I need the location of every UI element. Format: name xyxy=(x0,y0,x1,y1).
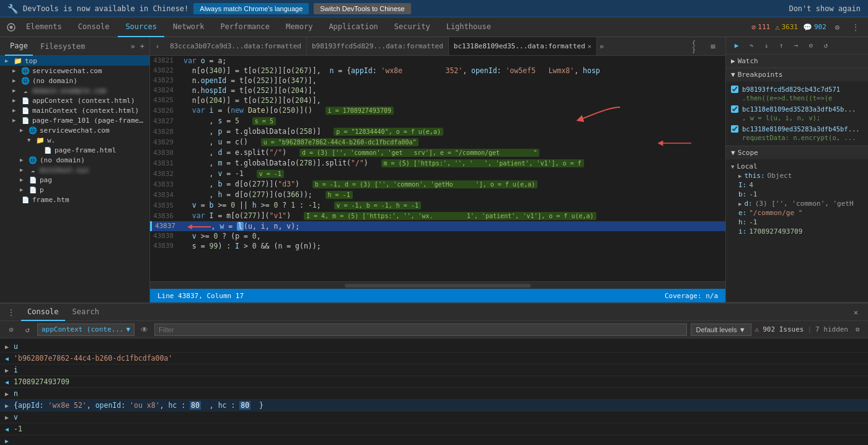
breakpoint-1-checkbox[interactable] xyxy=(731,86,738,93)
tree-item-sw2[interactable]: ▶ 🌐 servicewechat.com xyxy=(0,125,149,135)
tab-network[interactable]: Network xyxy=(166,17,212,37)
editor-tab-2[interactable]: b98193ffcd5d829...data:formatted xyxy=(307,37,449,56)
tree-item-top[interactable]: ▶ 📁 top xyxy=(0,56,149,66)
step-button[interactable]: → xyxy=(789,39,803,53)
scope-local[interactable]: ▼ Local xyxy=(731,162,863,171)
console-entry-i-val[interactable]: ◀ 1708927493709 xyxy=(0,376,868,388)
stepover-button[interactable]: ↷ xyxy=(745,39,758,53)
tab-sources[interactable]: Sources xyxy=(118,17,164,37)
devtools-menu-icon[interactable] xyxy=(5,21,17,33)
editor-split-icon[interactable]: ⊞ xyxy=(706,37,720,56)
more-button[interactable]: ⋮ xyxy=(848,22,863,33)
console-refresh-icon[interactable]: ↺ xyxy=(21,324,33,336)
tree-item-maincontext[interactable]: ▶ 📄 mainContext (context.html) xyxy=(0,105,149,115)
info-badge[interactable]: 💬 902 xyxy=(803,23,826,32)
console-tab-search[interactable]: Search xyxy=(66,304,105,321)
scope-d[interactable]: ▶ d: (3) ['', 'common', 'getH xyxy=(731,199,863,208)
editor-tab-3-close[interactable]: ✕ xyxy=(588,43,591,50)
deactivate-btn[interactable]: ⊘ xyxy=(804,39,818,53)
issues-label[interactable]: 902 Issues xyxy=(763,325,804,333)
scope-header[interactable]: ▼ Scope xyxy=(726,146,868,159)
settings-button[interactable]: ⚙ xyxy=(831,22,843,33)
tree-item-blurred2[interactable]: ▶ ☁ minihost.xyz xyxy=(0,165,149,175)
tab-performance[interactable]: Performance xyxy=(213,17,277,37)
tree-arrow-nd1: ▶ xyxy=(12,77,19,84)
sidebar-tab-filesystem[interactable]: Filesystem xyxy=(35,37,90,56)
dont-show-button[interactable]: Don't show again xyxy=(789,4,861,13)
console-clear-icon[interactable]: ⊘ xyxy=(5,324,17,336)
tree-item-framehtm[interactable]: 📄 frame.htm xyxy=(0,195,149,205)
resume-button[interactable]: ▶ xyxy=(730,39,743,53)
value-indicator-v: ◀ xyxy=(5,426,9,433)
breakpoint-1: b98193ffcd5d829cb43c7d571 .then((e=>d.th… xyxy=(731,84,863,104)
stepout-button[interactable]: ↑ xyxy=(774,39,788,53)
editor-tab-overflow[interactable]: » xyxy=(597,42,606,51)
tree-item-blurred1[interactable]: ▶ ☁ domain.example.com xyxy=(0,86,149,95)
tab-memory[interactable]: Memory xyxy=(278,17,320,37)
breakpoint-2-checkbox[interactable] xyxy=(731,105,738,113)
editor-tab-1[interactable]: 83ccca3b07ca9d3...data:formatted xyxy=(165,37,307,56)
sidebar-tab-page[interactable]: Page xyxy=(5,37,33,56)
editor-tab-back-icon[interactable]: ‹ xyxy=(150,37,165,56)
tree-item-nodomain1[interactable]: ▶ 🌐 (no domain) xyxy=(0,76,149,86)
tree-item-appcontext[interactable]: ▶ 📄 appContext (context.html) xyxy=(0,95,149,105)
tab-application[interactable]: Application xyxy=(321,17,385,37)
switch-to-chinese-button[interactable]: Switch DevTools to Chinese xyxy=(314,3,410,14)
editor-tab-3[interactable]: bc1318e8109ed35...data:formatted ✕ xyxy=(449,37,597,56)
warning-badge[interactable]: ⚠ 3631 xyxy=(775,23,798,32)
console-entry-u-val[interactable]: ◀ 'b962807e7862-44c4-b260-dc1fbcdfa00a' xyxy=(0,353,868,364)
tree-item-servicewechat[interactable]: ▶ 🌐 servicewechat.com xyxy=(0,66,149,76)
scope-this[interactable]: ▶ this: Object xyxy=(731,171,863,180)
watch-arrow: ▶ xyxy=(731,57,735,65)
console-settings-icon[interactable]: ⚙ xyxy=(852,324,863,335)
console-menu-icon[interactable]: ⋮ xyxy=(5,304,17,321)
file-icon-fh: 📄 xyxy=(21,195,30,204)
match-language-button[interactable]: Always match Chrome's language xyxy=(193,3,309,14)
tab-console[interactable]: Console xyxy=(71,17,117,37)
tree-item-p1[interactable]: ▶ 📄 pag xyxy=(0,175,149,185)
tree-item-nodomain2[interactable]: ▶ 🌐 (no domain) xyxy=(0,155,149,165)
tree-arrow-nd2: ▶ xyxy=(20,157,26,163)
console-context-selector[interactable]: appContext (conte... ▼ xyxy=(37,324,135,336)
editor-format-icon[interactable]: { } xyxy=(692,41,703,52)
tab-lighthouse[interactable]: Lighthouse xyxy=(439,17,498,37)
code-line-43821: 43821 var o = a; xyxy=(150,56,725,66)
stepinto-button[interactable]: ↓ xyxy=(760,39,773,53)
console-entry-n[interactable]: ▶ n xyxy=(0,388,868,400)
breakpoints-header[interactable]: ▼ Breakpoints xyxy=(726,68,868,81)
console-level-button[interactable]: Default levels ▼ xyxy=(691,324,751,336)
console-tab-console[interactable]: Console xyxy=(21,304,65,321)
tree-item-p2[interactable]: ▶ 📄 p xyxy=(0,185,149,195)
error-badge[interactable]: ⊘ 111 xyxy=(751,23,770,32)
console-entry-v[interactable]: ▶ v xyxy=(0,412,868,423)
sidebar-more-icon[interactable]: » xyxy=(131,42,135,51)
watch-header[interactable]: ▶ Watch xyxy=(726,55,868,68)
watch-section: ▶ Watch xyxy=(726,55,868,68)
console-filter-input[interactable] xyxy=(154,324,686,336)
console-entry-i[interactable]: ▶ i xyxy=(0,364,868,376)
coverage-status: Coverage: n/a xyxy=(665,292,718,300)
info-icon: 💬 xyxy=(803,23,812,32)
tree-arrow-top: ▶ xyxy=(5,58,11,64)
code-line-43831: 43831 , m = t.globalData[o(278)].split("… xyxy=(150,158,725,169)
tree-item-pageframe[interactable]: ▶ 📄 page-frame_101 (page-frame.ht xyxy=(0,115,149,125)
console-entry-n-val[interactable]: ▶ {appId: 'wx8e 52', openId: 'ou x8', hc… xyxy=(0,400,868,412)
globe-icon-b2: ☁ xyxy=(29,165,37,174)
console-eye-icon[interactable]: 👁 xyxy=(138,324,151,336)
sidebar-add-icon[interactable]: + xyxy=(140,42,144,51)
tab-elements[interactable]: Elements xyxy=(19,17,69,37)
tab-security[interactable]: Security xyxy=(387,17,438,37)
globe-icon-b1: ☁ xyxy=(21,86,30,95)
horizontal-scrollbar[interactable] xyxy=(150,281,725,289)
console-entry-prompt[interactable]: ▶ xyxy=(0,435,868,445)
tree-item-pageframehtml[interactable]: 📄 page-frame.html xyxy=(0,145,149,155)
tree-item-w[interactable]: ▼ 📁 w. xyxy=(0,135,149,145)
console-close-button[interactable]: ✕ xyxy=(849,308,863,317)
console-entry-v-val[interactable]: ◀ -1 xyxy=(0,423,868,435)
async-btn[interactable]: ↺ xyxy=(819,39,833,53)
tree-label-fh: frame.htm xyxy=(32,196,147,204)
console-entry-u[interactable]: ▶ u xyxy=(0,341,868,353)
code-editor[interactable]: 43821 var o = a; 43822 n[o(340)] = t[o(2… xyxy=(150,56,725,289)
console-context-label: appContext (conte... xyxy=(42,325,123,333)
breakpoint-3-checkbox[interactable] xyxy=(731,125,738,133)
